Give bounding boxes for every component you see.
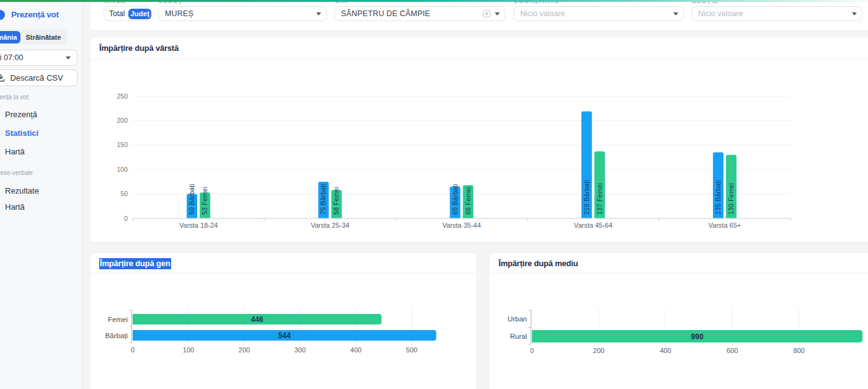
card-gender-distribution: Împărțire după gen 0100200300400500Femei… [91, 253, 476, 389]
uat-select[interactable]: SÂNPETRU DE CÂMPIE × [334, 6, 505, 21]
y-axis-category-label: Rural [510, 333, 527, 340]
uat-select-value: SÂNPETRU DE CÂMPIE [335, 9, 430, 18]
bar-value-label: 135 Bărbați [714, 180, 722, 215]
download-csv-label: Descarcă CSV [10, 73, 63, 83]
chevron-down-icon [495, 12, 500, 16]
filter-judet: JUDEȚ MUREȘ [158, 0, 327, 30]
x-axis-category-label: Varsta 35-44 [442, 221, 480, 229]
x-axis-tick-label: 200 [593, 347, 604, 354]
y-axis-tick-label: 50 [120, 190, 128, 197]
y-axis-tick-label: 0 [124, 215, 128, 222]
chevron-down-icon [316, 12, 321, 16]
filter-nivel: NIVEL Total Județ [104, 0, 151, 30]
tab-strainatate[interactable]: Străinătate [20, 31, 66, 43]
app-title: Prezență vot [11, 10, 59, 19]
filter-uat: UAT SÂNPETRU DE CÂMPIE × [334, 0, 505, 30]
chevron-down-icon [673, 12, 678, 16]
y-axis-tick-label: 250 [117, 92, 128, 100]
app-logo-icon [0, 10, 5, 20]
x-axis-tick-label: 100 [183, 346, 194, 354]
bar-value-label: 446 [251, 315, 264, 324]
bar-value-label: 130 Femei [727, 183, 735, 215]
x-axis-category-label: Varsta 45-64 [574, 221, 613, 229]
sidebar-item-statistici[interactable]: Statistici [5, 128, 38, 138]
localitate-select[interactable]: Nicio valoare [513, 6, 684, 21]
download-csv-button[interactable]: Descarcă CSV [0, 69, 78, 86]
country-tabs: România Străinătate [0, 29, 68, 45]
x-axis-tick-label: 400 [350, 346, 361, 354]
x-axis-tick-label: 200 [239, 346, 250, 354]
card-age-distribution: Împărțire după vârstă 050100150200250Var… [91, 37, 868, 242]
sectie-select[interactable]: Nicio valoare [691, 6, 862, 21]
sidebar-item-harta-rezultate[interactable]: Hartă [5, 202, 25, 212]
sidebar-section-procese-verbale: Procese-verbale [0, 169, 33, 176]
bar-value-label: 53 Femei [201, 187, 208, 215]
time-select-value: Luni 07:00 [0, 53, 23, 62]
x-axis-tick-label: 0 [530, 347, 534, 354]
y-axis-tick-label: 100 [117, 166, 128, 173]
bar-value-label: 65 Bărbați [451, 184, 459, 215]
bar-value-label: 75 Bărbați [319, 184, 327, 215]
y-axis-category-label: Urban [508, 315, 527, 323]
bar-value-label: 58 Femei [332, 187, 340, 215]
x-axis-tick-label: 600 [727, 347, 738, 354]
filter-sectie: SECȚIE Nicio valoare [691, 0, 862, 30]
x-axis-tick-label: 800 [794, 347, 805, 354]
card-medium-distribution: Împărțire după mediu 0200400600800UrbanR… [490, 253, 868, 389]
bar-value-label: 990 [691, 333, 704, 341]
top-gradient-bar [0, 0, 868, 2]
bar-value-label: 219 Bărbați [583, 180, 590, 215]
nivel-option-total[interactable]: Total [104, 9, 128, 18]
y-axis-tick-label: 200 [117, 117, 128, 124]
download-icon [0, 74, 5, 82]
bar-value-label: 68 Femei [464, 187, 472, 215]
nivel-toggle: Total Județ [104, 6, 151, 21]
age-chart: 050100150200250Varsta 18-2450 Bărbați53 … [91, 37, 868, 242]
judet-select[interactable]: MUREȘ [158, 6, 327, 21]
y-axis-category-label: Femei [108, 316, 128, 323]
x-axis-tick-label: 400 [660, 347, 671, 354]
chevron-down-icon [66, 56, 71, 60]
y-axis-tick-label: 150 [117, 141, 128, 148]
sectie-select-placeholder: Nicio valoare [692, 9, 743, 18]
nivel-option-judet[interactable]: Județ [128, 9, 151, 19]
x-axis-category-label: Varsta 18-24 [179, 221, 218, 229]
sidebar-section-prezenta-la-vot: Prezența la vot [0, 94, 29, 101]
gender-chart: 0100200300400500Femei446Bărbați544 [91, 253, 476, 389]
sidebar-item-harta-prezenta[interactable]: Hartă [5, 147, 25, 156]
tab-romania[interactable]: România [0, 31, 20, 43]
localitate-select-placeholder: Nicio valoare [514, 9, 565, 18]
sidebar-item-rezultate[interactable]: Rezultate [5, 186, 39, 195]
bar-value-label: 50 Bărbați [188, 184, 195, 215]
filter-localitate: LOCALITATE Nicio valoare [513, 0, 684, 30]
bar-value-label: 544 [278, 331, 291, 340]
x-axis-category-label: Varsta 65+ [709, 221, 742, 229]
filter-bar: NIVEL Total Județ JUDEȚ MUREȘ UAT SÂNPET… [91, 0, 868, 30]
time-select[interactable]: Luni 07:00 [0, 50, 78, 66]
chevron-down-icon [852, 12, 857, 16]
x-axis-tick-label: 500 [406, 346, 417, 354]
medium-chart: 0200400600800UrbanRural990 [490, 253, 868, 389]
x-axis-tick-label: 300 [294, 346, 306, 354]
x-axis-category-label: Varsta 25-34 [311, 221, 349, 229]
clear-uat-icon[interactable]: × [483, 10, 490, 17]
x-axis-tick-label: 0 [131, 346, 135, 354]
judet-select-value: MUREȘ [159, 9, 193, 18]
y-axis-category-label: Bărbați [105, 332, 128, 339]
sidebar: Prezență vot România Străinătate Luni 07… [0, 0, 82, 389]
sidebar-item-prezenta[interactable]: Prezență [5, 110, 37, 119]
bar-value-label: 137 Femei [596, 183, 603, 215]
